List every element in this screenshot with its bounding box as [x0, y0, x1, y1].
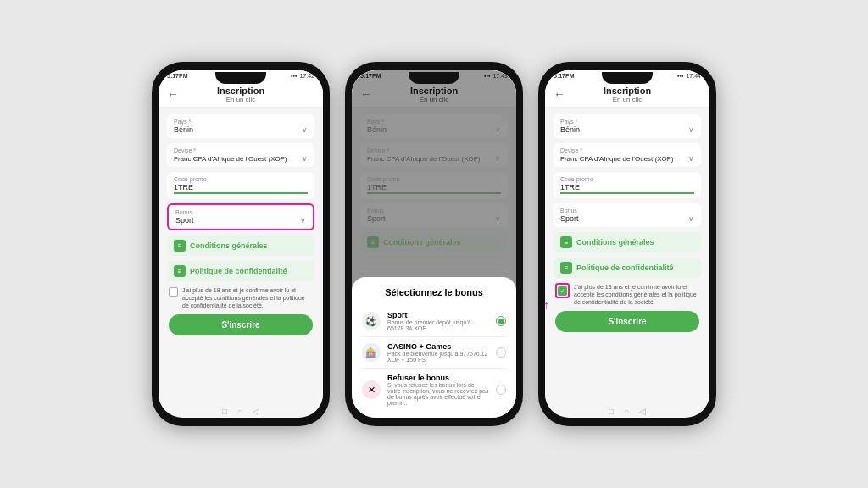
page-subtitle-1: En un clic [226, 96, 256, 103]
devise-field-1[interactable]: Devise * Franc CFA d'Afrique de l'Ouest … [167, 143, 314, 167]
home-square-icon-3: □ [609, 407, 614, 416]
politique-icon-1: ≡ [174, 265, 186, 277]
header-1: ← Inscription En un clic [159, 80, 323, 108]
home-square-icon: □ [222, 407, 227, 416]
casino-radio[interactable] [496, 347, 506, 358]
arrow-indicator-3: ↑ [545, 298, 549, 312]
refuser-text: Refuser le bonus Si vous refusez les bon… [387, 374, 489, 406]
home-triangle-icon: ◁ [253, 407, 259, 416]
conditions-link-3[interactable]: ≡ Conditions générales [554, 232, 701, 252]
submit-button-1[interactable]: S'inscrire [169, 314, 313, 336]
promo-field-1[interactable]: Code promo 1TRE [167, 172, 314, 198]
casino-text: CASINO + Games Pack de bienvenue jusqu'à… [387, 342, 489, 363]
casino-icon: 🎰 [362, 343, 381, 362]
modal-overlay-2[interactable]: Sélectionnez le bonus ⚽ Sport Bonus de p… [352, 70, 516, 418]
home-circle-icon: ○ [237, 407, 242, 416]
phone-3-device: 5:17PM ▪▪▪ 17:44 ← Inscription En un cli… [538, 62, 716, 426]
devise-value-1: Franc CFA d'Afrique de l'Ouest (XOF) ∨ [174, 154, 308, 163]
conditions-icon-3: ≡ [560, 236, 572, 248]
phone-1-device: 5:17PM ▪▪▪ 17:42 ← Inscription En un cli… [152, 62, 330, 426]
checkbox-3[interactable] [558, 286, 567, 296]
screen-2: 5:17PM ▪▪▪ 17:49 ← Inscription En un cli… [352, 70, 516, 418]
conditions-text-3: Conditions générales [576, 238, 654, 247]
bonus-field-3[interactable]: Bonus Sport ∨ [554, 203, 701, 227]
bonus-option-refuser[interactable]: ✕ Refuser le bonus Si vous refusez les b… [362, 369, 506, 411]
pays-value-3: Bénin ∨ [560, 125, 694, 134]
conditions-link-1[interactable]: ≡ Conditions générales [167, 236, 314, 256]
bonus-chevron-1: ∨ [300, 216, 306, 225]
casino-desc: Pack de bienvenue jusqu'à 977676.12 XOF … [387, 351, 489, 363]
devise-chevron-1: ∨ [302, 154, 308, 163]
refuser-icon: ✕ [362, 380, 381, 399]
promo-value-1: 1TRE [174, 183, 308, 194]
promo-value-3: 1TRE [560, 183, 694, 194]
pays-field-3[interactable]: Pays * Bénin ∨ [554, 114, 701, 138]
checkbox-row-3: ↑ J'ai plus de 18 ans et je confirme avo… [554, 283, 701, 306]
signal-icon-1: ▪▪▪ [291, 73, 297, 79]
devise-label-1: Devise * [174, 147, 308, 153]
conditions-icon-1: ≡ [174, 240, 186, 252]
sport-icon: ⚽ [362, 312, 381, 330]
screen-1: 5:17PM ▪▪▪ 17:42 ← Inscription En un cli… [159, 70, 323, 418]
pays-label-1: Pays * [174, 119, 308, 125]
page-subtitle-3: En un clic [613, 96, 643, 103]
arrow-indicator-1: ↑ [322, 210, 323, 224]
sport-radio[interactable] [496, 316, 506, 326]
refuser-desc: Si vous refusez les bonus lors de votre … [387, 382, 489, 406]
refuser-radio[interactable] [496, 385, 506, 395]
bonus-value-3: Sport ∨ [560, 214, 694, 223]
checkbox-highlight-3: ↑ [555, 283, 570, 298]
devise-field-3[interactable]: Devise * Franc CFA d'Afrique de l'Ouest … [554, 143, 701, 167]
status-right-1: ▪▪▪ 17:42 [291, 73, 314, 79]
submit-button-3[interactable]: S'inscrire [555, 311, 699, 332]
home-indicator-1: □ ○ ◁ [159, 403, 323, 418]
sport-desc: Bonus de premier dépôt jusqu'à 65178.34 … [387, 319, 489, 331]
battery-icon-3: 17:44 [686, 73, 701, 79]
pays-label-3: Pays * [560, 119, 694, 125]
home-indicator-3: □ ○ ◁ [545, 403, 709, 418]
form-body-3: Pays * Bénin ∨ Devise * Franc CFA d'Afri… [545, 108, 709, 403]
form-body-1: Pays * Bénin ∨ Devise * Franc CFA d'Afri… [159, 108, 323, 403]
bonus-label-1: Bonus [175, 209, 306, 215]
notch-1 [215, 72, 266, 84]
modal-title-2: Sélectionnez le bonus [362, 287, 506, 297]
bonus-modal-2: Sélectionnez le bonus ⚽ Sport Bonus de p… [352, 277, 516, 418]
notch-2 [409, 72, 459, 84]
checkbox-1[interactable] [169, 287, 178, 297]
pays-field-1[interactable]: Pays * Bénin ∨ [167, 114, 314, 138]
politique-text-3: Politique de confidentialité [576, 263, 674, 272]
phone-2: 5:17PM ▪▪▪ 17:49 ← Inscription En un cli… [345, 62, 523, 426]
checkbox-text-1: J'ai plus de 18 ans et je confirme avoir… [182, 286, 313, 309]
signal-icon-3: ▪▪▪ [677, 73, 683, 79]
status-time-3: 5:17PM [554, 73, 575, 79]
back-button-3[interactable]: ← [554, 87, 565, 101]
politique-link-1[interactable]: ≡ Politique de confidentialité [167, 261, 314, 281]
phone-3: 5:17PM ▪▪▪ 17:44 ← Inscription En un cli… [538, 62, 716, 426]
politique-text-1: Politique de confidentialité [190, 267, 287, 275]
bonus-option-casino[interactable]: 🎰 CASINO + Games Pack de bienvenue jusqu… [362, 337, 506, 369]
promo-label-1: Code promo [174, 176, 308, 182]
bonus-label-3: Bonus [560, 208, 694, 214]
conditions-text-1: Conditions générales [190, 241, 268, 250]
status-time-1: 5:17PM [167, 73, 188, 79]
back-button-1[interactable]: ← [167, 87, 179, 101]
phone-2-device: 5:17PM ▪▪▪ 17:49 ← Inscription En un cli… [345, 62, 523, 426]
status-right-3: ▪▪▪ 17:44 [677, 73, 701, 79]
battery-icon-1: 17:42 [299, 73, 314, 79]
home-circle-icon-3: ○ [624, 407, 629, 416]
politique-link-3[interactable]: ≡ Politique de confidentialité [554, 258, 701, 278]
bonus-option-sport[interactable]: ⚽ Sport Bonus de premier dépôt jusqu'à 6… [362, 306, 506, 337]
checkbox-text-3: J'ai plus de 18 ans et je confirme avoir… [574, 283, 699, 306]
page-title-3: Inscription [604, 86, 651, 96]
promo-field-3[interactable]: Code promo 1TRE [554, 172, 701, 198]
refuser-name: Refuser le bonus [387, 374, 489, 382]
casino-name: CASINO + Games [387, 342, 489, 351]
checkbox-row-1: J'ai plus de 18 ans et je confirme avoir… [167, 286, 314, 309]
politique-icon-3: ≡ [560, 262, 572, 274]
bonus-field-1[interactable]: Bonus Sport ∨ ↑ [167, 203, 314, 230]
pays-chevron-1: ∨ [302, 125, 308, 134]
screen-3: 5:17PM ▪▪▪ 17:44 ← Inscription En un cli… [545, 70, 709, 418]
phone-1: 5:17PM ▪▪▪ 17:42 ← Inscription En un cli… [152, 62, 330, 426]
pays-value-1: Bénin ∨ [174, 125, 308, 134]
notch-3 [602, 72, 653, 84]
